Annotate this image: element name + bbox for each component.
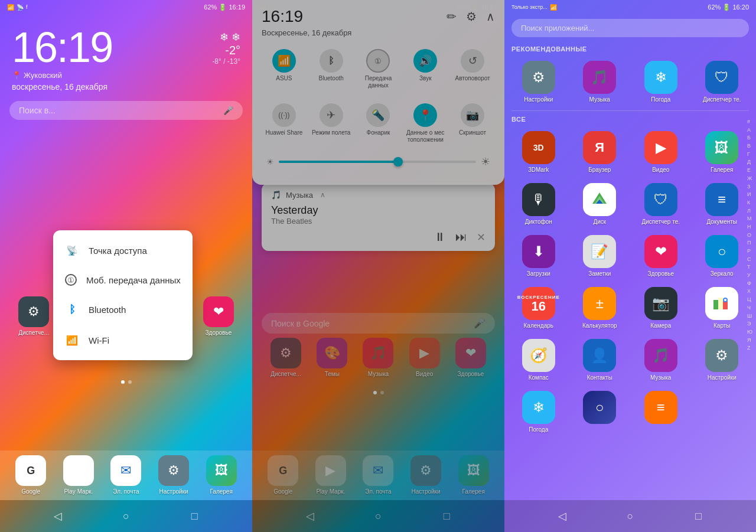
- alpha-r[interactable]: Р: [746, 247, 754, 256]
- alpha-z-latin[interactable]: Z: [746, 344, 754, 353]
- toggle-rotate[interactable]: ↺ Автоповорот: [450, 44, 495, 94]
- rec-app-music[interactable]: 🎵 Музыка: [571, 57, 630, 107]
- all-docs[interactable]: ≡ Документы: [693, 179, 752, 229]
- all-dispatcher[interactable]: 🛡 Диспетчер те.: [631, 179, 690, 229]
- alpha-d[interactable]: Д: [746, 158, 754, 167]
- all-browser[interactable]: Я Браузер: [571, 128, 630, 177]
- play-pause-button[interactable]: ⏸: [434, 230, 446, 244]
- alpha-o[interactable]: О: [746, 231, 754, 240]
- app2-dispatcher[interactable]: ⚙ Диспетче...: [266, 338, 305, 378]
- alpha-t[interactable]: Т: [746, 263, 754, 272]
- dock2-play[interactable]: ▶ Play Марк.: [315, 455, 346, 495]
- alpha-hash[interactable]: #: [746, 118, 754, 126]
- toggle-flashlight[interactable]: 🔦 Фонарик: [356, 99, 401, 148]
- app-dispatcher[interactable]: ⚙ Диспетче...: [14, 296, 53, 337]
- popup-hotspot[interactable]: 📡 Точка доступа: [53, 235, 193, 266]
- all-mirror[interactable]: ○ Зеркало: [693, 231, 752, 281]
- rec-app-dispatcher[interactable]: 🛡 Диспетчер те.: [693, 57, 752, 107]
- alpha-ts[interactable]: Ц: [746, 296, 754, 304]
- toggle-screenshot[interactable]: 📷 Скриншот: [450, 99, 495, 148]
- alpha-ya[interactable]: Я: [746, 337, 754, 345]
- toggle-airplane[interactable]: ✈ Режим полета: [309, 99, 354, 148]
- alpha-yu[interactable]: Ю: [746, 328, 754, 337]
- all-gallery[interactable]: 🖼 Галерея: [693, 128, 752, 177]
- music-expand-icon[interactable]: ∧: [320, 191, 325, 199]
- dock-email[interactable]: ✉ Эл. почта: [110, 455, 141, 495]
- dock-google[interactable]: G Google: [15, 455, 46, 495]
- all-orange-app[interactable]: ≡: [631, 387, 690, 437]
- toggle-sound[interactable]: 🔊 Звук: [403, 44, 448, 94]
- alpha-p[interactable]: П: [746, 239, 754, 247]
- all-video[interactable]: ▶ Видео: [631, 128, 690, 177]
- alpha-b[interactable]: Б: [746, 134, 754, 142]
- back-button-3[interactable]: ◁: [550, 504, 574, 528]
- popup-wifi[interactable]: 📶 Wi-Fi: [53, 325, 193, 355]
- next-button[interactable]: ⏭: [455, 230, 467, 244]
- home-button-1[interactable]: ○: [114, 504, 138, 528]
- dock-playstore[interactable]: ▶ Play Марк.: [63, 455, 94, 495]
- dock2-email[interactable]: ✉ Эл. почта: [363, 455, 393, 495]
- all-contacts[interactable]: 👤 Контакты: [571, 335, 630, 385]
- app-health[interactable]: ❤ Здоровье: [199, 296, 238, 337]
- back-button-1[interactable]: ◁: [46, 504, 70, 528]
- close-music-button[interactable]: ✕: [477, 231, 485, 244]
- all-calculator[interactable]: ± Калькулятор: [571, 283, 630, 333]
- search-bar-1[interactable]: Поиск в... 🎤: [9, 101, 243, 120]
- dock2-settings[interactable]: ⚙ Настройки: [410, 455, 441, 495]
- toggle-wifi[interactable]: 📶 ASUS: [262, 44, 307, 94]
- alpha-zh[interactable]: Ж: [746, 175, 754, 183]
- collapse-icon[interactable]: ∧: [486, 9, 495, 24]
- alpha-m[interactable]: М: [746, 215, 754, 223]
- app2-health[interactable]: ❤ Здоровье: [451, 338, 490, 378]
- all-compass[interactable]: 🧭 Компас: [509, 335, 568, 385]
- edit-icon[interactable]: ✏: [447, 9, 457, 24]
- recent-button-1[interactable]: □: [183, 504, 206, 528]
- alpha-u[interactable]: У: [746, 272, 754, 280]
- alpha-z[interactable]: З: [746, 183, 754, 191]
- all-camera[interactable]: 📷 Камера: [631, 283, 690, 333]
- all-health[interactable]: ❤ Здоровье: [631, 231, 690, 281]
- alpha-l[interactable]: Л: [746, 207, 754, 216]
- dock2-google[interactable]: G Google: [268, 455, 298, 495]
- recent-button-2[interactable]: □: [435, 504, 458, 528]
- all-music2[interactable]: 🎵 Музыка: [631, 335, 690, 385]
- all-notes[interactable]: 📝 Заметки: [571, 231, 630, 281]
- all-calendar[interactable]: ВОСКРЕСЕНИЕ 16 Календарь: [509, 283, 568, 333]
- alpha-e[interactable]: Е: [746, 167, 754, 175]
- all-downloads[interactable]: ⬇ Загрузки: [509, 231, 568, 281]
- alpha-i[interactable]: И: [746, 191, 754, 199]
- back-button-2[interactable]: ◁: [298, 504, 322, 528]
- alpha-v[interactable]: В: [746, 142, 754, 151]
- all-blue-app[interactable]: ○: [571, 387, 630, 437]
- recent-button-3[interactable]: □: [686, 504, 710, 528]
- all-weather[interactable]: ❄ Погода: [509, 387, 568, 437]
- alpha-g[interactable]: Г: [746, 151, 754, 159]
- popup-mobile-data[interactable]: ① Моб. передача данных: [53, 266, 193, 294]
- all-disk[interactable]: Диск: [571, 179, 630, 229]
- settings-icon-shade[interactable]: ⚙: [466, 9, 477, 24]
- app-search-bar[interactable]: Поиск приложений...: [511, 19, 749, 37]
- rec-app-weather[interactable]: ❄ Погода: [631, 57, 690, 107]
- brightness-slider[interactable]: [279, 161, 476, 163]
- home-button-3[interactable]: ○: [618, 504, 642, 528]
- alpha-eh[interactable]: Э: [746, 320, 754, 328]
- popup-bluetooth[interactable]: ᛒ Bluetooth: [53, 294, 193, 325]
- all-maps[interactable]: Карты: [693, 283, 752, 333]
- alpha-ch[interactable]: Ч: [746, 304, 754, 312]
- toggle-huawei-share[interactable]: ((·)) Huawei Share: [262, 99, 307, 148]
- toggle-data[interactable]: ① Передача данных: [356, 44, 401, 94]
- alpha-x[interactable]: Х: [746, 288, 754, 296]
- alpha-k[interactable]: К: [746, 199, 754, 207]
- dock2-gallery[interactable]: 🖼 Галерея: [458, 455, 489, 495]
- alpha-a[interactable]: А: [746, 126, 754, 135]
- alpha-n[interactable]: Н: [746, 223, 754, 231]
- app2-video[interactable]: ▶ Видео: [405, 338, 444, 378]
- all-3dmark[interactable]: 3D 3DMark: [509, 128, 568, 177]
- alpha-sh[interactable]: Ш: [746, 312, 754, 321]
- home-button-2[interactable]: ○: [366, 504, 390, 528]
- toggle-location[interactable]: 📍 Данные о мес тоположении: [403, 99, 448, 148]
- toggle-bluetooth[interactable]: ᛒ Bluetooth: [309, 44, 354, 94]
- all-settings2[interactable]: ⚙ Настройки: [693, 335, 752, 385]
- alpha-s[interactable]: С: [746, 256, 754, 264]
- dock-gallery[interactable]: 🖼 Галерея: [206, 455, 237, 495]
